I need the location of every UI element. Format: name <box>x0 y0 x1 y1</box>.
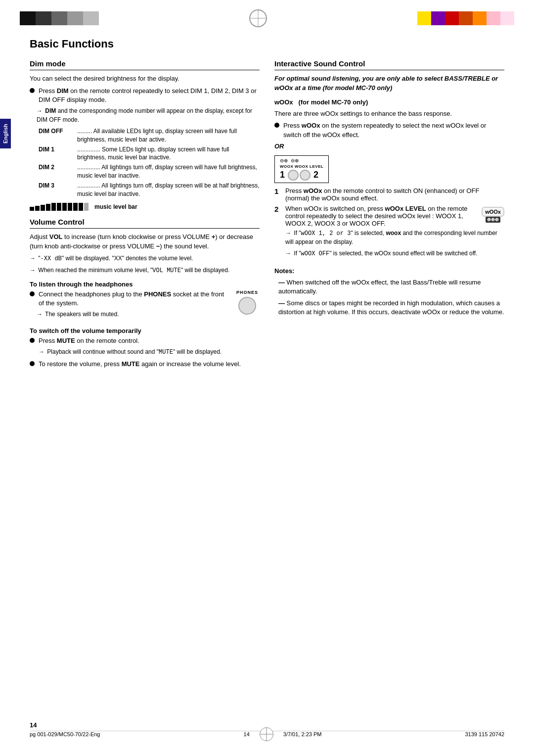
woox-display-bold: woox <box>386 230 401 236</box>
dim-2-desc: .............. All lightings turn off, d… <box>73 163 260 180</box>
bullet-dot <box>30 338 35 343</box>
step-2-content: When wOOx is switched on, press wOOx LEV… <box>285 205 504 262</box>
vol-mute-display: VOL MUTE <box>152 267 181 274</box>
arrow-icon: → <box>37 311 43 318</box>
step-1-text: Press wOOx on the remote control to swit… <box>285 187 504 202</box>
woox-diagram: ⊖⊕ ⊖⊕ WOOX WOOX LEVEL 1 2 <box>274 155 504 183</box>
woox-circles: 1 2 <box>280 170 323 181</box>
volume-arrow1: → "-XX dB" will be displayed. "XX" denot… <box>30 254 260 263</box>
arrow-icon: → <box>39 348 44 355</box>
woox-number-1: 1 <box>280 170 285 180</box>
dim-1-label: DIM 1 <box>39 145 73 162</box>
english-language-tab: English <box>0 119 11 148</box>
arrow-icon: → <box>37 107 43 114</box>
dim-table: DIM OFF ......... All available LEDs lig… <box>39 127 260 198</box>
dim-mode-title: Dim mode <box>30 59 260 70</box>
dim-bold: DIM <box>57 87 69 94</box>
phones-bold: PHONES <box>144 290 171 298</box>
notes-title: Notes: <box>274 267 504 276</box>
mute-bullet-2: To restore the volume, press MUTE again … <box>30 360 260 369</box>
mute-title: To switch off the volume temporarily <box>30 327 260 334</box>
music-bar-label: music level bar <box>94 203 137 210</box>
bar-seg <box>35 206 40 211</box>
notes-section: Notes: — When switched off the wOOx effe… <box>274 267 504 317</box>
footer-page-num: 14 <box>244 731 250 737</box>
arrow-icon: → <box>30 255 36 262</box>
color-swatch <box>473 11 487 25</box>
note-1: — When switched off the wOOx effect, the… <box>274 278 504 296</box>
woox-circle-1 <box>288 170 299 181</box>
dim-3-desc: .............. All lightings turn off, d… <box>73 182 260 198</box>
music-bar-graphic <box>30 203 89 211</box>
dim-off-label: DIM OFF <box>39 127 73 144</box>
arrow-icon: → <box>30 267 36 274</box>
or-text: OR <box>274 142 284 150</box>
note-2: — Some discs or tapes might be recorded … <box>274 299 504 317</box>
volume-control-title: Volume Control <box>30 218 260 229</box>
page-title: Basic Functions <box>30 38 504 50</box>
phones-arrow: → The speakers will be muted. <box>30 310 230 319</box>
woox-intro: There are three wOOx settings to enhance… <box>274 109 504 119</box>
color-swatch <box>459 11 473 25</box>
dim-bullet-1: Press DIM on the remote control repeated… <box>30 87 260 104</box>
dim-2-label: DIM 2 <box>39 163 73 180</box>
color-swatch <box>67 11 83 25</box>
bar-seg <box>57 203 61 211</box>
mute-arrow1: → Playback will continue without sound a… <box>30 348 260 357</box>
bullet-dot <box>274 123 279 128</box>
woox-model-title: wOOx (for model MC-70 only) <box>274 98 504 107</box>
footer-right: 3139 115 20742 <box>465 731 504 737</box>
color-bar <box>0 9 534 28</box>
color-swatch <box>83 11 99 25</box>
bar-seg <box>46 204 50 211</box>
mute-display: MUTE <box>159 349 173 356</box>
dim-arrow1: → DIM and the corresponding mode number … <box>30 107 260 124</box>
woox-logo: wOOx <box>482 207 504 217</box>
interactive-sound-section: Interactive Sound Control For optimal so… <box>274 59 504 317</box>
dim-row-3: DIM 3 .............. All lightings turn … <box>39 182 260 198</box>
interactive-intro: For optimal sound listening, you are onl… <box>274 74 504 93</box>
two-column-layout: Dim mode You can select the desired brig… <box>30 59 504 371</box>
woox-bullet-1-text: Press wOOx on the system repeatedly to s… <box>283 121 504 139</box>
bar-seg <box>30 207 34 211</box>
dim-row-2: DIM 2 .............. All lightings turn … <box>39 163 260 180</box>
color-swatch <box>20 11 36 25</box>
volume-control-section: Volume Control Adjust VOL to increase (t… <box>30 218 260 369</box>
phones-label: PHONES <box>236 290 258 295</box>
mute-bold2: MUTE <box>122 360 140 368</box>
right-column: Interactive Sound Control For optimal so… <box>274 59 504 371</box>
vol-bold: VOL <box>49 233 63 240</box>
phones-row: Connect the headphones plug to the PHONE… <box>30 290 260 322</box>
color-swatch <box>500 11 514 25</box>
phones-image: PHONES <box>235 290 260 315</box>
bullet-dot <box>30 361 35 366</box>
color-swatch <box>445 11 459 25</box>
bar-seg <box>79 203 83 211</box>
woox-circle-2 <box>300 170 311 181</box>
step-2-num: 2 <box>274 205 283 213</box>
woox-arrow1: → If "wOOX 1, 2 or 3" is selected, woox … <box>285 229 504 247</box>
bar-seg <box>62 203 67 211</box>
mute-bullet-2-text: To restore the volume, press MUTE again … <box>39 360 260 369</box>
woox-logo-nums: ❶❷❸ <box>486 217 500 223</box>
step-2: 2 When wOOx is switched on, press wOOx L… <box>274 205 504 262</box>
volume-arrow2: → When reached the minimum volume level,… <box>30 266 260 275</box>
minus-plus-icon2: ⊖⊕ <box>291 158 299 163</box>
arrow-icon: → <box>285 250 291 257</box>
woox-display1: wOOX 1, 2 or 3 <box>301 230 351 237</box>
woox-bold3: wOOx <box>304 187 322 194</box>
page-content: Basic Functions Dim mode You can select … <box>0 28 534 391</box>
color-bar-left <box>20 11 99 25</box>
footer-crosshair-icon <box>260 727 273 741</box>
vol-display: -XX dB <box>41 255 62 262</box>
woox-level-label: WOOX WOOX LEVEL <box>280 164 323 169</box>
dim-bold2: DIM <box>45 107 56 114</box>
note-dash: — <box>278 279 285 286</box>
mute-bullet-1: Press MUTE on the remote control. <box>30 336 260 345</box>
bar-seg-inactive <box>84 203 89 211</box>
color-swatch <box>417 11 431 25</box>
color-bar-right <box>417 11 514 25</box>
page-footer: pg 001-029/MC50-70/22-Eng 14 3/7/01, 2:2… <box>0 727 534 741</box>
step-2-text-content: When wOOx is switched on, press wOOx LEV… <box>285 205 478 227</box>
mute-bold: MUTE <box>57 337 75 344</box>
